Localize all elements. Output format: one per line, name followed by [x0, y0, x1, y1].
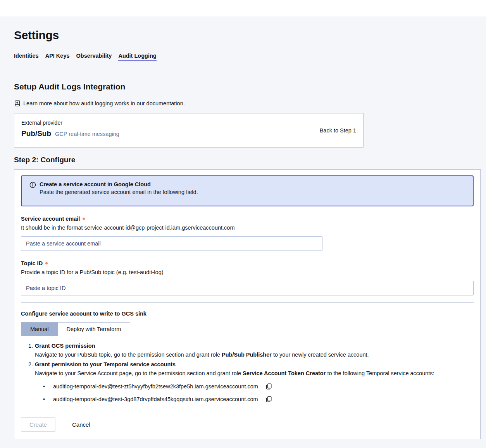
copy-icon[interactable]	[265, 383, 272, 390]
learn-more-text: Learn more about how audit logging works…	[23, 100, 185, 106]
settings-page: Settings Identities API Keys Observabili…	[0, 29, 486, 439]
service-account-email: auditlog-temporal-dev@test-3gd87drvpffda…	[53, 396, 258, 402]
tab-audit-logging[interactable]: Audit Logging	[118, 53, 156, 61]
documentation-link[interactable]: documentation	[146, 100, 183, 106]
tab-manual[interactable]: Manual	[21, 323, 58, 336]
step-title: Grant permission to your Temporal servic…	[35, 361, 176, 367]
step-description: Navigate to your Service Account page, g…	[35, 370, 474, 376]
cancel-button[interactable]: Cancel	[70, 421, 93, 428]
step2-configure-card: Create a service account in Google Cloud…	[14, 169, 481, 439]
provider-tagline: GCP real-time messaging	[55, 131, 119, 137]
tab-api-keys[interactable]: API Keys	[45, 53, 70, 61]
service-accounts-list: • auditlog-temporal-dev@test-zt5hvyyfbyf…	[43, 383, 474, 403]
settings-tabs: Identities API Keys Observability Audit …	[14, 53, 481, 61]
topic-id-input[interactable]	[21, 281, 474, 295]
external-provider-card: External provider Pub/Sub GCP real-time …	[14, 113, 364, 148]
tab-identities[interactable]: Identities	[14, 53, 39, 61]
deploy-method-tabs: Manual Deploy with Terraform	[21, 322, 130, 336]
form-actions: Create Cancel	[21, 417, 474, 432]
service-account-email: auditlog-temporal-dev@test-zt5hvyyfbyfb2…	[53, 383, 258, 390]
top-navigation-bar	[0, 0, 486, 17]
book-icon	[14, 100, 21, 106]
step-number: 2.	[28, 361, 33, 367]
page-title: Settings	[14, 29, 481, 42]
step-item-2: 2. Grant permission to your Temporal ser…	[28, 361, 474, 376]
required-indicator	[83, 218, 85, 220]
tab-observability[interactable]: Observability	[76, 53, 112, 61]
required-indicator	[45, 262, 48, 264]
service-account-item: • auditlog-temporal-dev@test-3gd87drvpff…	[43, 396, 474, 403]
tab-deploy-terraform[interactable]: Deploy with Terraform	[58, 323, 130, 336]
step-number: 1.	[28, 343, 33, 349]
role-name: Service Account Token Creator	[243, 370, 326, 376]
service-account-email-input[interactable]	[21, 236, 322, 251]
step-description: Navigate to your PubSub topic, go to the…	[35, 352, 474, 358]
info-banner-title: Create a service account in Google Cloud	[40, 181, 198, 187]
info-banner: Create a service account in Google Cloud…	[21, 175, 474, 206]
info-banner-body: Paste the generated service account emai…	[40, 189, 198, 195]
step-title: Grant GCS permission	[35, 343, 95, 349]
copy-icon[interactable]	[265, 396, 272, 403]
bullet: •	[43, 396, 48, 402]
bullet: •	[43, 383, 48, 390]
info-icon	[29, 182, 36, 199]
gcs-sink-heading: Configure service account to write to GC…	[21, 311, 474, 317]
manual-steps-list: 1. Grant GCS permission Navigate to your…	[28, 343, 474, 376]
step-item-1: 1. Grant GCS permission Navigate to your…	[28, 343, 474, 358]
topic-id-label: Topic ID	[21, 260, 474, 266]
provider-label: External provider	[21, 120, 119, 126]
section-divider	[21, 302, 474, 303]
role-name: Pub/Sub Publisher	[222, 352, 272, 358]
service-account-email-label: Service account email	[21, 216, 474, 222]
service-account-item: • auditlog-temporal-dev@test-zt5hvyyfbyf…	[43, 383, 474, 390]
provider-name: Pub/Sub	[21, 129, 51, 138]
setup-heading: Setup Audit Logs Integration	[14, 82, 481, 91]
learn-more-row: Learn more about how audit logging works…	[14, 100, 481, 106]
service-account-email-help: It should be in the format service-accou…	[21, 225, 474, 231]
step2-heading: Step 2: Configure	[14, 156, 481, 164]
create-button[interactable]: Create	[21, 417, 55, 432]
back-to-step-1-link[interactable]: Back to Step 1	[320, 127, 356, 134]
topic-id-help: Provide a topic ID for a Pub/Sub topic (…	[21, 269, 474, 275]
